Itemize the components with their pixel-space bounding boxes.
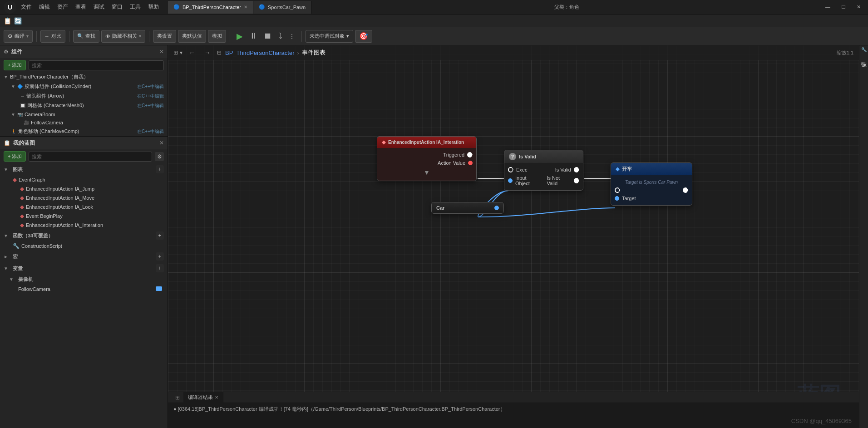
event-graph-item[interactable]: ◆ EventGraph [0,175,168,184]
class-settings-btn[interactable]: 类设置 [153,30,176,43]
node-is-valid-title: Is Valid [519,154,536,159]
breadcrumb-bp[interactable]: BP_ThirdPersonCharacter [225,49,294,56]
menu-edit[interactable]: 编辑 [39,3,50,11]
menu-asset[interactable]: 资产 [57,3,68,11]
pin-drive-target[interactable]: Target [611,194,692,202]
graph-back-btn[interactable]: ← [186,48,198,57]
variables-category[interactable]: ▼ 变量 + [0,262,168,274]
pin-triggered[interactable]: Triggered [377,151,476,159]
pin-input-object[interactable]: Input Object Is Not Valid [504,174,583,187]
macros-add-btn[interactable]: + [156,252,164,261]
tree-event-beginplay[interactable]: ◆ Event BeginPlay [0,212,168,221]
window-controls: — ☐ ✕ [822,3,864,11]
graph-dropdown[interactable]: ▾ [180,49,182,56]
diff-btn[interactable]: ↔ 对比 [40,30,65,43]
my-bp-close[interactable]: ✕ [159,140,164,146]
add-component-btn[interactable]: + 添加 [4,60,26,70]
graph-area[interactable]: ⊞ ▾ ← → ⊟ BP_ThirdPersonCharacter › 事件图表… [168,45,859,428]
minimize-btn[interactable]: — [822,3,834,11]
class-defaults-btn[interactable]: 类默认值 [178,30,206,43]
menu-tools[interactable]: 工具 [130,3,141,11]
debug-settings-btn[interactable]: 🎯 [355,30,372,43]
tab-sportscar[interactable]: 🔵 SportsCar_Pawn [253,1,311,14]
tab-bp-close[interactable]: ✕ [244,5,247,10]
tree-action-mesh[interactable]: 在C++中编辑 [137,103,164,109]
tree-event-jump[interactable]: ◆ EnhancedInputAction IA_Jump [0,184,168,193]
functions-chevron: ▼ [4,233,8,238]
node-car-var[interactable]: Car [431,202,504,214]
close-btn[interactable]: ✕ [853,3,864,11]
bottom-tab-compiler[interactable]: 编译器结果 ✕ [183,392,223,403]
maximize-btn[interactable]: ☐ [838,3,849,11]
node-drive[interactable]: ◆ 开车 Target is Sports Car Pawn Target [611,162,692,206]
pause-btn[interactable]: ⏸ [247,30,260,42]
tab-sc-icon: 🔵 [259,4,265,10]
find-btn[interactable]: 🔍 查找 [73,30,99,43]
macros-category[interactable]: ► 宏 + [0,251,168,262]
functions-category[interactable]: ▼ 函数（34可覆盖） + [0,230,168,241]
graphs-category[interactable]: ▼ 图表 + [0,163,168,175]
node-input-action-icon: ◆ [382,139,385,145]
play-btn[interactable]: ▶ [234,30,246,42]
node-input-action[interactable]: ◆ EnhancedInputAction IA_Interation Trig… [377,136,477,181]
menu-debug[interactable]: 调试 [94,3,104,11]
pin-triggered-label: Triggered [443,152,464,157]
components-close[interactable]: ✕ [159,49,164,55]
debug-target-dropdown[interactable]: 未选中调试对象 ▾ [306,30,353,43]
node-expand-btn[interactable]: ▼ [377,167,476,178]
right-panel-close[interactable]: ✕ [862,61,868,69]
tab-bp-thirdperson[interactable]: 🔵 BP_ThirdPersonCharacter ✕ [168,1,253,14]
tree-label-mesh: 网格体 (CharacterMesh0) [27,102,84,109]
tree-action-arrow[interactable]: 在C++中编辑 [137,93,164,99]
camera-category[interactable]: ▼ 摄像机 [0,274,168,285]
more-play-btn[interactable]: ⋮ [286,32,298,41]
pin-drive-exec-in[interactable] [611,186,692,194]
tree-item-mesh[interactable]: 🔲 网格体 (CharacterMesh0) 在C++中编辑 [0,101,168,110]
tree-label-bp-self: BP_ThirdPersonCharacter（自我） [10,74,89,80]
pin-exec-in[interactable]: Exec Is Valid [504,166,583,174]
compile-dropdown-icon[interactable]: ▾ [26,34,29,39]
node-is-valid[interactable]: ? Is Valid Exec Is Valid Input Object Is… [504,150,583,191]
cameraboom-icon: 📷 [17,112,23,117]
tree-item-collision[interactable]: ▼ 🔷 胶囊体组件 (CollisionCylinder) 在C++中编辑 [0,82,168,91]
pin-action-value[interactable]: Action Value [377,159,476,167]
tree-action-charmove[interactable]: 在C++中编辑 [137,128,164,135]
node-drive-icon: ◆ [616,166,619,172]
pin-input-object-dot [508,178,513,183]
tab-icon-row: 📋 🔄 [0,15,25,27]
variables-add-btn[interactable]: + [156,264,164,272]
tree-event-look[interactable]: ◆ EnhancedInputAction IA_Look [0,202,168,212]
hide-related-btn[interactable]: 👁 隐藏不相关 ▾ [101,30,145,43]
tree-action-collision[interactable]: 在C++中编辑 [137,84,164,90]
bottom-tab-close[interactable]: ✕ [215,395,218,400]
menu-view[interactable]: 查看 [75,3,86,11]
my-bp-search[interactable] [29,152,152,162]
functions-add-btn[interactable]: + [156,231,164,240]
my-bp-add-btn[interactable]: + 添加 [4,151,26,162]
right-panel-label[interactable]: 编节 [859,54,868,61]
breadcrumb-current: 事件图表 [302,49,326,57]
simulate-btn[interactable]: 模拟 [208,30,226,43]
hide-dropdown-icon[interactable]: ▾ [139,34,141,39]
tree-item-cameraboom[interactable]: ▼ 📷 CameraBoom [0,110,168,118]
tree-event-interation[interactable]: ◆ EnhancedInputAction IA_Interation [0,221,168,230]
tree-event-move[interactable]: ◆ EnhancedInputAction IA_Move [0,193,168,202]
tree-item-followcam[interactable]: 🎥 FollowCamera [0,118,168,127]
graph-forward-btn[interactable]: → [202,48,213,57]
tree-item-charmove[interactable]: 🚶 角色移动 (CharMoveComp) 在C++中编辑 [0,127,168,136]
tree-event-look-label: EnhancedInputAction IA_Look [26,204,93,210]
tree-item-arrow[interactable]: → 箭头组件 (Arrow) 在C++中编辑 [0,91,168,101]
stop-btn[interactable]: ⏹ [261,30,275,42]
menu-window[interactable]: 窗口 [112,3,123,11]
var-followcamera[interactable]: FollowCamera [0,285,168,291]
compile-btn[interactable]: ⚙ 编译 ▾ [4,30,33,43]
step-btn[interactable]: ⤵ [276,30,285,42]
tree-item-bp-self[interactable]: ▼ BP_ThirdPersonCharacter（自我） [0,72,168,82]
menu-help[interactable]: 帮助 [148,3,159,11]
components-search[interactable] [29,60,164,70]
graphs-add-btn[interactable]: + [156,165,164,173]
menu-file[interactable]: 文件 [21,3,32,11]
construction-script-item[interactable]: 🔧 ConstructionScript [0,241,168,251]
node-is-valid-header: ? Is Valid [504,150,583,163]
my-bp-settings-btn[interactable]: ⚙ [155,152,164,161]
